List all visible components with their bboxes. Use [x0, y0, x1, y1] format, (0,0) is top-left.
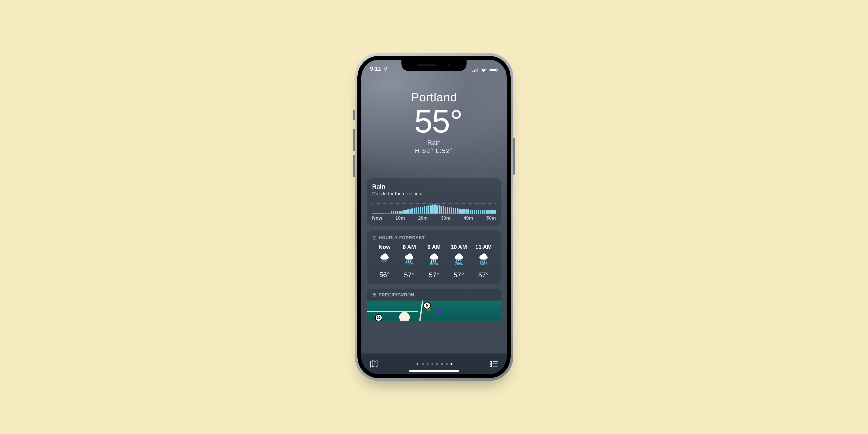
- locations-list-button[interactable]: [490, 360, 498, 368]
- hourly-forecast-item[interactable]: 9 AM50%57°: [422, 244, 446, 279]
- map-button[interactable]: [370, 360, 378, 368]
- location-name: Portland: [361, 90, 507, 104]
- volume-down-button[interactable]: [353, 155, 355, 177]
- battery-icon: [489, 68, 498, 72]
- hour-precip-pct: 90%: [397, 262, 422, 266]
- hourly-forecast-item[interactable]: 8 AM90%57°: [397, 244, 422, 279]
- hour-temp: 57°: [446, 271, 471, 279]
- minute-axis-tick: 20m: [418, 215, 428, 221]
- rain-cloud-icon: [478, 253, 489, 261]
- page-dot[interactable]: [451, 363, 453, 365]
- condition-label: Rain: [361, 139, 507, 146]
- map-road: [419, 301, 423, 321]
- speaker-grille: [417, 64, 437, 66]
- front-camera: [448, 64, 451, 67]
- minute-axis-tick: 40m: [464, 215, 473, 221]
- minute-precip-chart: Now10m20m30m40m50m: [372, 202, 496, 221]
- rain-cloud-icon: [454, 253, 464, 261]
- power-button[interactable]: [513, 138, 515, 175]
- cellular-signal-icon: [472, 68, 478, 72]
- precip-card-title: Rain: [372, 183, 496, 190]
- phone-bezel: 9:11 Portland 55° Rain H:62° L:52°: [358, 56, 510, 378]
- next-hour-precip-card[interactable]: Rain Drizzle for the next hour. Now10m20…: [367, 178, 501, 226]
- svg-point-10: [491, 364, 492, 365]
- page-dot[interactable]: [441, 363, 443, 365]
- current-conditions: Portland 55° Rain H:62° L:52°: [361, 73, 507, 155]
- hourly-header-label: HOURLY FORECAST: [379, 235, 425, 240]
- hourly-forecast-card[interactable]: HOURLY FORECAST Now56°8 AM90%57°9 AM50%5…: [367, 230, 501, 284]
- minute-axis-tick: 30m: [441, 215, 451, 221]
- display-notch: [401, 60, 467, 71]
- weather-app-screen[interactable]: 9:11 Portland 55° Rain H:62° L:52°: [361, 60, 507, 374]
- statusbar-time: 9:11: [370, 65, 381, 72]
- precipitation-map-card[interactable]: PRECIPITATION 5 26: [367, 289, 501, 321]
- hour-precip-pct: 80%: [471, 262, 496, 266]
- page-dot[interactable]: [446, 363, 448, 365]
- phone-frame: 9:11 Portland 55° Rain H:62° L:52°: [355, 53, 513, 381]
- umbrella-icon: [372, 293, 376, 297]
- hour-temp: 57°: [422, 271, 446, 279]
- svg-point-8: [491, 361, 492, 362]
- rain-cloud-icon: [379, 253, 390, 261]
- minute-axis-tick: 10m: [395, 215, 405, 221]
- page-dot[interactable]: [422, 363, 424, 365]
- home-indicator[interactable]: [409, 370, 459, 372]
- svg-rect-0: [472, 71, 473, 72]
- hour-time: 8 AM: [397, 244, 422, 250]
- rain-cloud-icon: [429, 253, 439, 261]
- map-road: [367, 311, 418, 312]
- precipitation-map[interactable]: 5 26: [367, 301, 501, 321]
- hour-precip-pct: 50%: [422, 262, 446, 266]
- list-icon: [490, 360, 498, 368]
- map-icon: [370, 360, 378, 368]
- hour-temp: 57°: [471, 271, 496, 279]
- page-indicator[interactable]: [415, 362, 453, 366]
- svg-rect-1: [474, 70, 475, 72]
- svg-rect-3: [477, 68, 478, 72]
- hour-time: 11 AM: [471, 244, 496, 250]
- hour-time: 9 AM: [422, 244, 446, 250]
- precip-card-subtitle: Drizzle for the next hour.: [372, 191, 496, 196]
- page-dot[interactable]: [427, 363, 429, 365]
- minute-axis-tick: 50m: [486, 215, 496, 221]
- location-arrow-icon: [415, 362, 419, 366]
- route-shield-26: 26: [375, 314, 382, 321]
- minute-chart-axis: Now10m20m30m40m50m: [372, 215, 496, 221]
- page-dot[interactable]: [436, 363, 438, 365]
- svg-rect-5: [490, 69, 496, 71]
- precip-map-header-label: PRECIPITATION: [379, 292, 414, 298]
- rain-cloud-icon: [404, 253, 414, 261]
- high-low-label: H:62° L:52°: [361, 147, 507, 155]
- svg-rect-2: [475, 69, 476, 72]
- hour-time: 10 AM: [446, 244, 471, 250]
- hour-precip-pct: [372, 262, 397, 266]
- route-shield-i5: 5: [423, 302, 431, 309]
- location-arrow-icon: [383, 67, 388, 71]
- hour-temp: 56°: [372, 271, 397, 279]
- minute-axis-tick: Now: [372, 215, 382, 221]
- hour-time: Now: [372, 244, 397, 250]
- volume-up-button[interactable]: [353, 129, 355, 151]
- page-dot[interactable]: [431, 363, 433, 365]
- clock-icon: [372, 236, 376, 240]
- wifi-icon: [480, 68, 487, 72]
- hour-temp: 57°: [397, 271, 422, 279]
- hour-precip-pct: 70%: [446, 262, 471, 266]
- current-temperature: 55°: [361, 105, 507, 137]
- hourly-forecast-item[interactable]: 11 AM80%57°: [471, 244, 496, 279]
- svg-point-12: [491, 366, 492, 367]
- hourly-forecast-item[interactable]: Now56°: [372, 244, 397, 279]
- hourly-forecast-item[interactable]: 10 AM70%57°: [446, 244, 471, 279]
- svg-rect-6: [497, 69, 498, 71]
- silence-switch[interactable]: [353, 110, 355, 120]
